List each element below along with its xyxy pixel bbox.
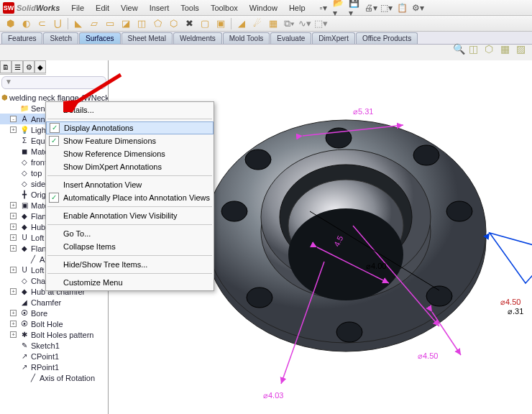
ctx-show-reference-dimensions[interactable]: Show Reference Dimensions — [46, 147, 214, 160]
menu-window[interactable]: Window — [244, 1, 283, 14]
surf5-icon[interactable]: ▢ — [198, 17, 212, 30]
tree-item[interactable]: ◢Chamfer — [0, 297, 108, 308]
options-icon[interactable]: ⚙▾ — [412, 1, 425, 14]
fillet2-icon[interactable]: ◢ — [234, 17, 249, 30]
tree-tab-dx[interactable]: ◆ — [35, 60, 46, 73]
tree-item[interactable]: ↗CPoint1 — [0, 351, 108, 362]
rebuild-icon[interactable]: 📋 — [396, 1, 409, 14]
tab-weldments[interactable]: Weldments — [173, 32, 222, 44]
ctx-label: Show Feature Dimensions — [63, 137, 156, 145]
expander-icon[interactable]: + — [10, 321, 17, 327]
menu-toolbox[interactable]: Toolbox — [205, 1, 244, 14]
plane-icon[interactable]: ▱ — [87, 17, 101, 30]
tree-icon: 💡 — [19, 126, 29, 134]
fillet-icon[interactable]: ◣ — [71, 17, 86, 30]
knit-icon[interactable]: ☄ — [250, 17, 265, 30]
ctx-insert-annotation-view[interactable]: Insert Annotation View — [46, 178, 214, 191]
inst3d-icon[interactable]: ⬚▾ — [313, 17, 328, 30]
tab-evaluate[interactable]: Evaluate — [270, 32, 311, 44]
expander-icon[interactable]: + — [10, 234, 17, 241]
sweep-icon[interactable]: ⊂ — [35, 17, 49, 30]
ctx-display-annotations[interactable]: ✓Display Annotations — [46, 121, 214, 134]
menu-insert[interactable]: Insert — [144, 1, 175, 14]
tab-surfaces[interactable]: Surfaces — [79, 32, 120, 44]
sectionview-icon[interactable]: ◫ — [469, 43, 482, 56]
new-icon[interactable]: ▫▾ — [317, 1, 330, 14]
thicken-icon[interactable]: ▦ — [266, 17, 280, 30]
svg-text:⌀4.50: ⌀4.50 — [418, 351, 438, 360]
loft-icon[interactable]: ⋃ — [50, 17, 65, 30]
surf3-icon[interactable]: ⬠ — [150, 17, 165, 30]
tree-item[interactable]: +⦿Bolt Hole — [0, 318, 108, 329]
checkbox-icon — [49, 242, 59, 252]
tree-icon: ◆ — [19, 288, 29, 296]
tab-features[interactable]: Features — [1, 32, 42, 44]
ctx-go-to-[interactable]: Go To... — [46, 227, 214, 240]
ctx-customize-menu[interactable]: Customize Menu — [46, 276, 214, 289]
expander-icon[interactable]: + — [10, 126, 17, 133]
curves-icon[interactable]: ∿▾ — [298, 17, 312, 30]
surf1-icon[interactable]: ◪ — [119, 17, 133, 30]
ctx-show-dimxpert-annotations[interactable]: Show DimXpert Annotations — [46, 160, 214, 173]
tree-tab-cfg[interactable]: ⚙ — [23, 60, 35, 73]
menu-help[interactable]: Help — [283, 1, 311, 14]
menu-file[interactable]: File — [65, 1, 90, 14]
expander-icon[interactable]: + — [10, 331, 17, 338]
tab-dimxpert[interactable]: DimXpert — [312, 32, 355, 44]
save-icon[interactable]: 💾▾ — [349, 1, 362, 14]
menu-edit[interactable]: Edit — [90, 1, 115, 14]
tree-icon: ◇ — [19, 180, 29, 188]
select-icon[interactable]: ⬚▾ — [380, 1, 393, 14]
tree-item[interactable]: +⦿Bore — [0, 308, 108, 318]
tree-item[interactable]: +✱Bolt Holes pattern — [0, 329, 108, 340]
expander-icon[interactable]: + — [10, 202, 17, 208]
surf2-icon[interactable]: ◫ — [134, 17, 149, 30]
ctx-label: Customize Menu — [63, 278, 123, 287]
tab-sketch[interactable]: Sketch — [43, 32, 78, 44]
expander-icon[interactable]: + — [10, 267, 17, 273]
part-icon: ⬢ — [1, 93, 8, 102]
tree-icon: U — [19, 266, 29, 275]
expander-icon[interactable]: - — [10, 116, 17, 122]
ref-icon[interactable]: ⧉▾ — [282, 17, 296, 30]
ctx-show-feature-dimensions[interactable]: ✓Show Feature Dimensions — [46, 134, 214, 147]
tree-item[interactable]: ✎Sketch1 — [0, 340, 108, 351]
tree-tab-fm[interactable]: 🗎 — [0, 60, 12, 73]
display-icon[interactable]: ▦ — [500, 43, 513, 56]
scene-icon[interactable]: ▨ — [516, 43, 529, 56]
tree-item[interactable]: ╱Axis of Rotation — [0, 372, 108, 383]
surf4-icon[interactable]: ⬡ — [166, 17, 180, 30]
expander-icon[interactable]: + — [10, 213, 17, 219]
ctx-automatically-place-into-annotation-views[interactable]: ✓Automatically Place into Annotation Vie… — [46, 191, 214, 204]
svg-point-12 — [413, 145, 439, 165]
zoom-icon[interactable]: 🔍 — [453, 43, 466, 56]
tree-icon: ✱ — [19, 331, 29, 339]
cut-icon[interactable]: ▭ — [103, 17, 117, 30]
tab-sheet-metal[interactable]: Sheet Metal — [121, 32, 173, 44]
menu-tools[interactable]: Tools — [175, 1, 205, 14]
tree-label: side — [31, 180, 45, 188]
expander-icon[interactable]: + — [10, 245, 17, 252]
tree-tab-pm[interactable]: ☰ — [12, 60, 23, 73]
tab-office-products[interactable]: Office Products — [356, 32, 418, 44]
surf6-icon[interactable]: ▣ — [214, 17, 228, 30]
tree-icon: ╱ — [28, 374, 38, 382]
expander-icon[interactable]: + — [10, 288, 17, 295]
revolve-icon[interactable]: ◐ — [19, 17, 33, 30]
tab-mold-tools[interactable]: Mold Tools — [223, 32, 270, 44]
svg-point-6 — [288, 208, 403, 300]
extrude-icon[interactable]: ⬢ — [3, 17, 17, 30]
menu-view[interactable]: View — [115, 1, 144, 14]
view-orient-icon[interactable]: ⬡ — [485, 43, 497, 56]
ctx-enable-annotation-view-visibility[interactable]: Enable Annotation View Visibility — [46, 209, 214, 222]
print-icon[interactable]: 🖨▾ — [364, 1, 377, 14]
delete-icon[interactable]: ✖ — [182, 17, 196, 30]
tree-item[interactable]: ↗RPoint1 — [0, 362, 108, 372]
ctx-hide-show-tree-items-[interactable]: Hide/Show Tree Items... — [46, 258, 214, 271]
expander-icon[interactable]: + — [10, 224, 17, 230]
open-icon[interactable]: 📂▾ — [333, 1, 346, 14]
expander-icon[interactable]: + — [10, 310, 17, 316]
tree-label: Hub — [31, 223, 45, 231]
checkbox-icon — [49, 105, 59, 115]
ctx-collapse-items[interactable]: Collapse Items — [46, 240, 214, 253]
